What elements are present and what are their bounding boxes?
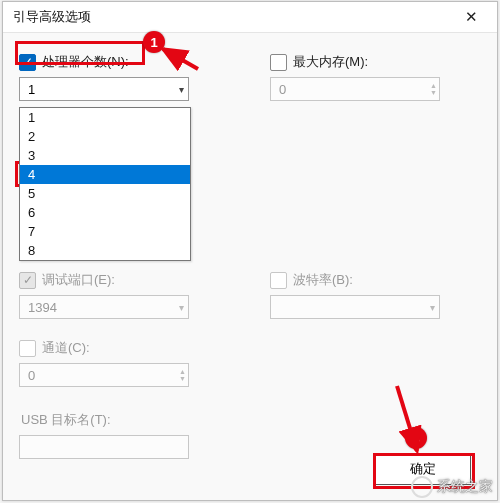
chevron-down-icon: ▾ xyxy=(430,302,435,313)
chevron-down-icon: ▾ xyxy=(179,302,184,313)
ok-button[interactable]: 确定 xyxy=(375,455,471,485)
baud-checkbox-row[interactable]: 波特率(B): xyxy=(270,271,481,289)
annotation-number-3: 3 xyxy=(405,427,427,449)
baud-checkbox[interactable] xyxy=(270,272,287,289)
processor-dropdown[interactable]: 1 2 3 4 5 6 7 8 xyxy=(19,107,191,261)
dialog-window: 引导高级选项 ✕ ✓ 处理器个数(N): 1 ▾ 最大内存(M): xyxy=(2,1,498,501)
row-channel: 通道(C): 0 ▲▼ xyxy=(19,329,481,387)
annotation-number-1: 1 xyxy=(143,31,165,53)
processor-combo-value: 1 xyxy=(28,82,35,97)
processor-option[interactable]: 8 xyxy=(20,241,190,260)
window-title: 引导高级选项 xyxy=(13,9,91,26)
debugport-checkbox[interactable]: ✓ xyxy=(19,272,36,289)
processor-option-selected[interactable]: 4 xyxy=(20,165,190,184)
processor-checkbox-row[interactable]: ✓ 处理器个数(N): xyxy=(19,53,230,71)
chevron-down-icon: ▾ xyxy=(179,84,184,95)
usb-textbox[interactable] xyxy=(19,435,189,459)
channel-checkbox[interactable] xyxy=(19,340,36,357)
col-debugport: ✓ 调试端口(E): 1394 ▾ xyxy=(19,261,230,319)
close-button[interactable]: ✕ xyxy=(451,3,491,31)
processor-option[interactable]: 5 xyxy=(20,184,190,203)
processor-option[interactable]: 1 xyxy=(20,108,190,127)
spin-arrows-icon: ▲▼ xyxy=(179,368,186,382)
processor-label: 处理器个数(N): xyxy=(42,53,129,71)
maxmem-spin[interactable]: 0 ▲▼ xyxy=(270,77,440,101)
maxmem-value: 0 xyxy=(279,82,286,97)
content-area: ✓ 处理器个数(N): 1 ▾ 最大内存(M): 0 ▲▼ xyxy=(3,33,497,501)
col-maxmem: 最大内存(M): 0 ▲▼ xyxy=(270,43,481,101)
channel-checkbox-row[interactable]: 通道(C): xyxy=(19,339,230,357)
usb-label-row: USB 目标名(T): xyxy=(21,411,230,429)
col-channel: 通道(C): 0 ▲▼ xyxy=(19,329,230,387)
usb-label: USB 目标名(T): xyxy=(21,411,111,429)
channel-label: 通道(C): xyxy=(42,339,90,357)
col-usb: USB 目标名(T): xyxy=(19,401,230,459)
maxmem-label: 最大内存(M): xyxy=(293,53,368,71)
maxmem-checkbox[interactable] xyxy=(270,54,287,71)
row-debug: ✓ 调试端口(E): 1394 ▾ 波特率(B): ▾ xyxy=(19,261,481,319)
baud-label: 波特率(B): xyxy=(293,271,353,289)
processor-option[interactable]: 6 xyxy=(20,203,190,222)
debugport-value: 1394 xyxy=(28,300,57,315)
processor-combo[interactable]: 1 ▾ xyxy=(19,77,189,101)
col-processor: ✓ 处理器个数(N): 1 ▾ xyxy=(19,43,230,101)
debugport-checkbox-row[interactable]: ✓ 调试端口(E): xyxy=(19,271,230,289)
channel-spin[interactable]: 0 ▲▼ xyxy=(19,363,189,387)
channel-value: 0 xyxy=(28,368,35,383)
processor-option[interactable]: 7 xyxy=(20,222,190,241)
titlebar: 引导高级选项 ✕ xyxy=(3,2,497,33)
debugport-label: 调试端口(E): xyxy=(42,271,115,289)
col-baud: 波特率(B): ▾ xyxy=(270,261,481,319)
maxmem-checkbox-row[interactable]: 最大内存(M): xyxy=(270,53,481,71)
processor-option[interactable]: 2 xyxy=(20,127,190,146)
row-top: ✓ 处理器个数(N): 1 ▾ 最大内存(M): 0 ▲▼ xyxy=(19,43,481,101)
processor-checkbox[interactable]: ✓ xyxy=(19,54,36,71)
processor-option[interactable]: 3 xyxy=(20,146,190,165)
baud-combo[interactable]: ▾ xyxy=(270,295,440,319)
debugport-combo[interactable]: 1394 ▾ xyxy=(19,295,189,319)
spin-arrows-icon: ▲▼ xyxy=(430,82,437,96)
